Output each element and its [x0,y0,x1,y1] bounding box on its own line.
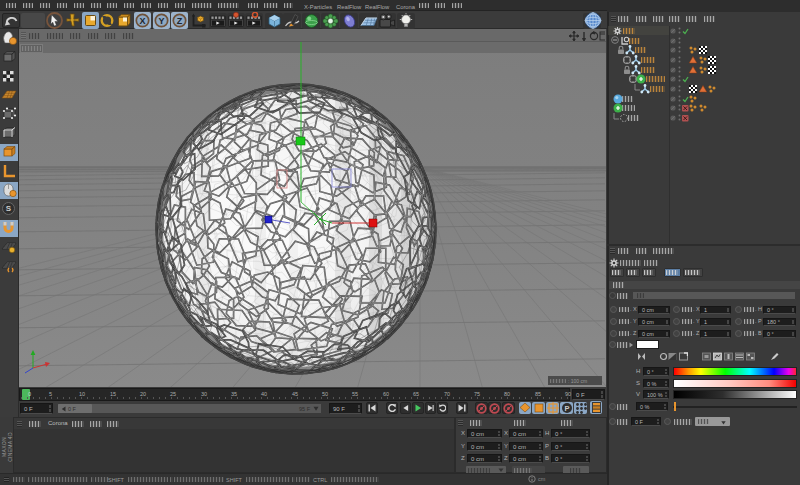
svg-text:X: X [139,16,145,26]
svg-text:Y: Y [158,16,164,26]
svg-text:Z: Z [177,16,183,26]
svg-text:S: S [6,204,12,213]
svg-text:P: P [564,404,569,413]
